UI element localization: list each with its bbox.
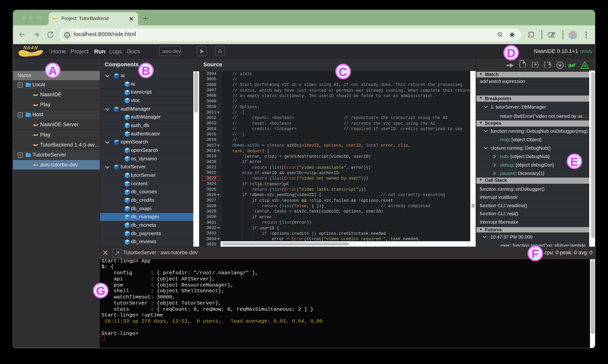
svg-text:NAAN: NAAN (23, 45, 38, 50)
